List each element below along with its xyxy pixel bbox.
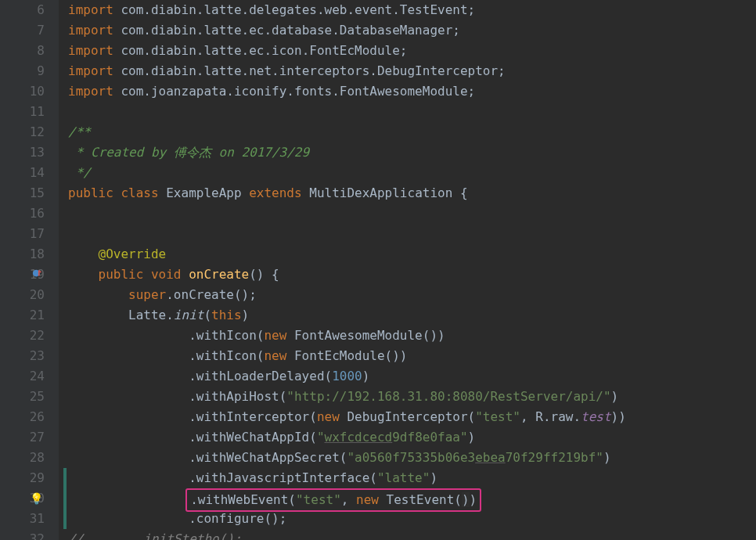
token: com.diabin.latte.delegates.web.event.Tes… [121, 2, 475, 17]
code-line[interactable]: // initStetho(); [68, 529, 756, 540]
code-line[interactable]: .withWeChatAppSecret("a0560f75335b06e3eb… [68, 448, 756, 468]
token: ) [603, 450, 611, 465]
gutter-line-number: 15 [0, 183, 45, 203]
token: , [341, 492, 356, 507]
token: 1000 [332, 369, 362, 383]
token: // initStetho(); [68, 531, 242, 540]
token: import [68, 2, 121, 17]
code-line[interactable]: .withJavascriptInterface("latte") [68, 468, 756, 488]
code-line[interactable]: * Created by 傅令杰 on 2017/3/29 [68, 142, 756, 163]
token: onCreate [189, 267, 249, 282]
token: this [211, 308, 242, 322]
gutter: 6789101112131415161718192021222324252627… [0, 0, 59, 540]
token: new [264, 348, 294, 363]
token: ) [470, 492, 477, 507]
token: .configure(); [189, 511, 286, 526]
token: ) [462, 492, 470, 507]
code-line[interactable]: import com.diabin.latte.net.interceptors… [68, 61, 756, 81]
token: init [174, 308, 204, 322]
token: "test" [475, 409, 520, 424]
token: ) [468, 430, 476, 445]
token: .withInterceptor( [189, 409, 317, 424]
token: import [68, 43, 121, 58]
gutter-line-number: 31 [0, 509, 45, 529]
code-line[interactable]: public void onCreate() { [68, 265, 756, 285]
token: extends [249, 185, 309, 200]
gutter-line-number: 6 [0, 0, 45, 20]
code-line[interactable] [68, 224, 756, 244]
code-line[interactable]: .withLoaderDelayed(1000) [68, 366, 756, 387]
token: 9df8e0faa" [392, 430, 467, 445]
gutter-line-number: 10 [0, 81, 45, 102]
gutter-line-number: 23 [0, 346, 45, 366]
token: () { [249, 267, 279, 282]
code-line[interactable]: */ [68, 163, 756, 183]
token: public void [99, 267, 189, 282]
token: ExampleApp [166, 185, 249, 200]
token: ebea [475, 450, 506, 465]
token: "test" [296, 492, 341, 507]
code-line[interactable] [68, 102, 756, 122]
code-line[interactable]: super.onCreate(); [68, 285, 756, 305]
code-line[interactable]: .withWeChatAppId("wxfcdcecd9df8e0faa") [68, 427, 756, 448]
code-line[interactable]: import com.joanzapata.iconify.fonts.Font… [68, 81, 756, 102]
gutter-line-number: 24 [0, 366, 45, 387]
code-line[interactable]: .withIcon(new FontEcModule()) [68, 346, 756, 366]
token: " [317, 430, 325, 445]
code-line[interactable]: .withInterceptor(new DebugInterceptor("t… [68, 407, 756, 427]
code-line[interactable]: .configure(); [68, 509, 756, 529]
gutter-line-number: 21 [0, 305, 45, 326]
code-line[interactable] [68, 203, 756, 224]
token: ) [242, 308, 250, 322]
code-line[interactable]: .withApiHost("http://192.168.31.80:8080/… [68, 387, 756, 407]
intention-bulb-icon[interactable]: 💡 [30, 488, 43, 509]
code-line[interactable]: import com.diabin.latte.delegates.web.ev… [68, 0, 756, 20]
vcs-change-marker[interactable] [63, 468, 67, 529]
token: wxfcdcecd [325, 430, 393, 445]
gutter-line-number: 16 [0, 203, 45, 224]
code-line[interactable]: .withIcon(new FontAwesomeModule()) [68, 326, 756, 346]
token: ( [203, 308, 211, 322]
override-icon[interactable] [32, 265, 43, 285]
token: , R.raw. [520, 409, 581, 424]
gutter-line-number: 19 [0, 265, 45, 285]
token: .withIcon( [189, 348, 264, 363]
code-area[interactable]: import com.diabin.latte.delegates.web.ev… [59, 0, 756, 540]
gutter-line-number: 13 [0, 142, 45, 163]
token: "latte" [377, 470, 430, 485]
gutter-line-number: 11 [0, 102, 45, 122]
token: .withWeChatAppSecret( [189, 450, 347, 465]
token: public class [68, 185, 166, 200]
code-line[interactable]: import com.diabin.latte.ec.database.Data… [68, 20, 756, 41]
token: * Created by 傅令杰 on 2017/3/29 [68, 145, 309, 160]
code-line[interactable]: Latte.init(this) [68, 305, 756, 326]
gutter-line-number: 12 [0, 122, 45, 142]
token: 70f29ff219bf" [506, 450, 603, 465]
code-line[interactable]: @Override [68, 244, 756, 265]
token: .withIcon( [189, 328, 264, 343]
token: .withJavascriptInterface( [189, 470, 377, 485]
gutter-line-number: 20 [0, 285, 45, 305]
token: super [128, 287, 166, 302]
gutter-line-number: 30💡 [0, 488, 45, 509]
code-line[interactable]: public class ExampleApp extends MultiDex… [68, 183, 756, 203]
token: @Override [99, 247, 167, 261]
token: ) [611, 389, 619, 404]
token: com.diabin.latte.ec.database.DatabaseMan… [121, 23, 459, 38]
token: com.joanzapata.iconify.fonts.FontAwesome… [121, 84, 475, 99]
gutter-line-number: 18 [0, 244, 45, 265]
gutter-line-number: 8 [0, 41, 45, 61]
gutter-line-number: 28 [0, 448, 45, 468]
token: ) [362, 369, 370, 383]
token: TestEvent( [387, 492, 462, 507]
token: "http://192.168.31.80:8080/RestServer/ap… [286, 389, 610, 404]
token: Latte. [128, 308, 174, 322]
code-line[interactable]: .withWebEvent("test", new TestEvent()) [68, 488, 756, 509]
gutter-line-number: 14 [0, 163, 45, 183]
code-line[interactable]: /** [68, 122, 756, 142]
code-line[interactable]: import com.diabin.latte.ec.icon.FontEcMo… [68, 41, 756, 61]
gutter-line-number: 26 [0, 407, 45, 427]
code-editor[interactable]: 6789101112131415161718192021222324252627… [0, 0, 756, 540]
gutter-line-number: 17 [0, 224, 45, 244]
gutter-line-number: 29 [0, 468, 45, 488]
